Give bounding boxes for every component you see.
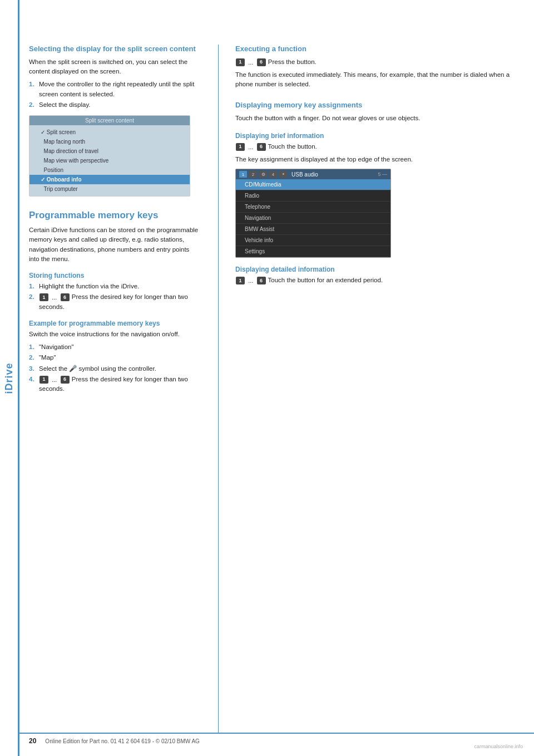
tab-4: 4 [269,171,277,178]
store-step-1: 1. Highlight the function via the iDrive… [29,282,201,291]
footer-text: Online Edition for Part no. 01 41 2 604 … [45,738,200,744]
tab-2: 2 [249,171,257,178]
section-brief-info: Displaying brief information 1 ... 6 Tou… [235,132,517,258]
executing-title: Executing a function [235,45,517,54]
page-number: 20 [29,737,36,745]
ex-step-2: 2. "Map" [29,353,201,362]
watermark-text: carmanualsonline.info [474,744,523,749]
section1-title: Selecting the display for the split scre… [29,45,201,54]
usb-screen: 1 2 ⚙ 4 ⚬ USB audio 5 — CD/Multimedia Ra… [235,169,391,258]
storing-title: Storing functions [29,272,201,279]
brief-body1: 1 ... 6 Touch the button. [235,142,517,151]
section-detailed-info: Displaying detailed information 1 ... 6 … [235,266,517,285]
detail-key1: 1 [236,277,245,284]
sidebar-label: iDrive [3,362,15,394]
detailed-title: Displaying detailed information [235,266,517,273]
menu-item-map-north: Map facing north [29,137,190,146]
section-programmable-keys: Programmable memory keys Certain iDrive … [29,210,201,394]
brief-title: Displaying brief information [235,132,517,140]
ex-step-1: 1. "Navigation" [29,342,201,352]
brief-body2: The key assignment is displayed at the t… [235,155,517,164]
step-2: 2. Select the display. [29,100,201,110]
split-screen-menu: Split screen Map facing north Map direct… [29,125,190,196]
section-executing: Executing a function 1 ... 6 Press the b… [235,45,517,90]
store-step-2: 2. 1 ... 6 Press the desired key for lon… [29,292,201,312]
sidebar-divider [18,0,19,756]
usb-item-bmw: BMW Assist [236,224,390,235]
content-area: Selecting the display for the split scre… [18,0,534,756]
example-title: Example for programmable memory keys [29,320,201,327]
exec-key2: 6 [257,58,266,66]
watermark: carmanualsonline.info [474,740,523,750]
section-selecting-display: Selecting the display for the split scre… [29,45,201,197]
ex-step-4: 4. 1 ... 6 Press the desired key for lon… [29,375,201,394]
split-screen-image: Split screen content Split screen Map fa… [29,115,190,197]
key-btn-1b: 1 [39,376,48,384]
left-column: Selecting the display for the split scre… [29,45,201,734]
menu-item-position: Position [29,165,190,175]
usb-item-telephone: Telephone [236,202,390,213]
section1-body: When the split screen is switched on, yo… [29,57,201,77]
usb-item-cd: CD/Multimedia [236,179,390,190]
tab-cd: ⚬ [279,171,287,178]
key-btn-6b: 6 [61,376,70,384]
detailed-body: 1 ... 6 Touch the button for an extended… [235,276,517,285]
page-footer: 20 Online Edition for Part no. 01 41 2 6… [18,733,534,745]
usb-item-settings: Settings [236,246,390,257]
menu-item-trip: Trip computer [29,184,190,194]
tab-1: 1 [239,171,247,178]
storing-steps: 1. Highlight the function via the iDrive… [29,282,201,312]
brief-key1: 1 [236,143,245,151]
step-1: 1. Move the controller to the right repe… [29,80,201,99]
exec-key1: 1 [236,58,245,66]
usb-item-navigation: Navigation [236,213,390,224]
menu-item-split-screen: Split screen [29,127,190,137]
split-screen-header: Split screen content [29,116,190,125]
menu-item-map-direction: Map direction of travel [29,146,190,156]
sidebar: iDrive [0,0,18,756]
tab-3-icon: ⚙ [259,171,267,178]
menu-item-onboard: ✓ Onboard info [29,175,190,184]
example-body: Switch the voice instructions for the na… [29,330,201,339]
memory-body: Touch the button with a finger. Do not w… [235,114,517,123]
ex-step-3: 3. Select the 🎤 symbol using the control… [29,364,201,374]
key-btn-1: 1 [39,293,48,301]
section-memory-assignments: Displaying memory key assignments Touch … [235,101,517,123]
usb-menu: CD/Multimedia Radio Telephone Navigation… [236,179,390,257]
menu-item-map-perspective: Map view with perspective [29,156,190,165]
page: iDrive Selecting the display for the spl… [0,0,534,756]
right-column: Executing a function 1 ... 6 Press the b… [235,45,517,734]
section2-body: Certain iDrive functions can be stored o… [29,225,201,264]
column-divider [218,45,219,734]
memory-title: Displaying memory key assignments [235,101,517,110]
usb-header: 1 2 ⚙ 4 ⚬ USB audio 5 — [236,169,390,179]
usb-item-radio: Radio [236,190,390,202]
example-steps: 1. "Navigation" 2. "Map" 3. Select the 🎤… [29,342,201,394]
section2-title: Programmable memory keys [29,210,201,221]
key-btn-6: 6 [61,293,70,301]
brief-key2: 6 [257,143,266,151]
section1-steps: 1. Move the controller to the right repe… [29,80,201,110]
detail-key2: 6 [257,277,266,284]
usb-item-vehicle: Vehicle info [236,235,390,246]
executing-body1: 1 ... 6 Press the button. [235,57,517,67]
executing-body2: The function is executed immediately. Th… [235,70,517,90]
